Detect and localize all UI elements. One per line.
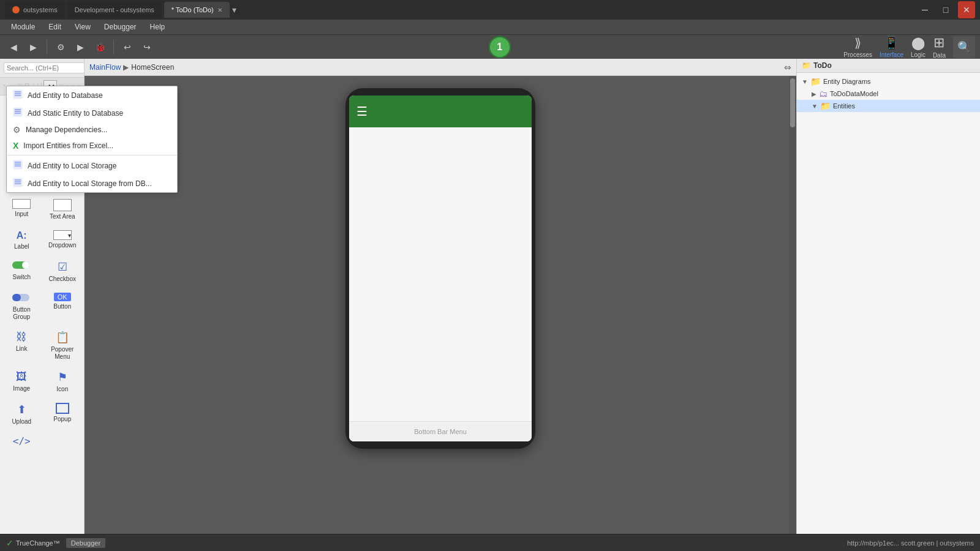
right-panel: 📁 ToDo ▼ 📁 Entity Diagrams ▶ 🗂 ToDoDataM…	[796, 59, 980, 534]
widget-switch[interactable]: Switch	[2, 257, 41, 287]
processes-icon: ⟫	[854, 36, 861, 50]
menu-debugger[interactable]: Debugger	[98, 21, 143, 32]
truechange-icon: ✓	[6, 538, 13, 548]
tab-todo[interactable]: * ToDo (ToDo) ✕	[164, 2, 230, 18]
widget-link[interactable]: ⛓ Link	[2, 327, 41, 364]
widget-icon[interactable]: ⚑ Icon	[43, 367, 82, 397]
search-input[interactable]	[4, 62, 85, 73]
expand-canvas-button[interactable]: ⇔	[784, 62, 791, 72]
truechange-label: TrueChange™	[16, 539, 60, 547]
tree-node-entity-diagrams[interactable]: ▼ 📁 Entity Diagrams	[797, 75, 980, 88]
toolbar-center: 1	[158, 36, 841, 58]
widget-input[interactable]: Input	[2, 195, 41, 224]
breadcrumb-flow[interactable]: MainFlow	[89, 63, 121, 72]
block-icon: </>	[13, 435, 31, 447]
menu-view[interactable]: View	[69, 21, 97, 32]
tab-todo-label: * ToDo (ToDo)	[172, 6, 214, 13]
widget-button[interactable]: OK Button	[43, 289, 82, 324]
textarea-label: Text Area	[50, 213, 75, 220]
window-close-button[interactable]: ✕	[958, 1, 975, 18]
button-group-label: Button Group	[5, 306, 39, 321]
truechange-status[interactable]: ✓ TrueChange™	[6, 538, 60, 548]
debugger-button[interactable]: Debugger	[66, 538, 105, 548]
widget-label[interactable]: A: Label	[2, 227, 41, 254]
separator-2	[113, 40, 114, 54]
tab-outsystems[interactable]: outsystems	[5, 2, 65, 18]
popup-icon	[56, 403, 69, 414]
button-group-icon	[12, 293, 31, 304]
undo-button[interactable]: ↩	[119, 39, 136, 56]
phone-header: ☰	[349, 96, 532, 127]
breadcrumb-separator-icon: ▶	[123, 63, 129, 72]
processes-label: Processes	[843, 51, 872, 58]
interface-icon: 📱	[884, 36, 899, 50]
tab-close-icon[interactable]: ✕	[217, 7, 222, 13]
widget-upload[interactable]: ⬆ Upload	[2, 399, 41, 429]
phone-screen: ☰ Bottom Bar Menu	[349, 96, 532, 441]
back-button[interactable]: ◀	[5, 39, 22, 56]
menu-bar: Module Edit View Debugger Help	[0, 20, 980, 34]
tree-arrow-entity-diagrams: ▼	[802, 78, 808, 85]
popover-menu-icon: 📋	[56, 331, 69, 344]
breadcrumb-screen: HomeScreen	[131, 63, 174, 72]
todo-data-model-label: ToDoDataModel	[830, 90, 878, 97]
upload-icon: ⬆	[17, 403, 26, 416]
processes-icon-group[interactable]: ⟫ Processes	[843, 36, 872, 58]
run-button[interactable]: ▶	[72, 39, 89, 56]
link-label: Link	[16, 345, 27, 353]
tree-arrow-entities: ▼	[812, 103, 818, 110]
search-button[interactable]: 🔍	[953, 36, 975, 58]
data-icon-group[interactable]: ⊞ Data	[933, 35, 946, 59]
separator-1	[47, 40, 47, 54]
icon-label: Icon	[56, 386, 68, 393]
status-right-text: http://mbp/p1ec... scott.green | outsyst…	[847, 539, 974, 547]
widget-textarea[interactable]: Text Area	[43, 195, 82, 224]
right-panel-header: 📁 ToDo	[797, 59, 980, 73]
widget-image[interactable]: 🖼 Image	[2, 367, 41, 397]
logic-icon-group[interactable]: ⬤ Logic	[911, 36, 925, 58]
menu-help[interactable]: Help	[144, 21, 172, 32]
canvas-scroll-thumb[interactable]	[790, 78, 795, 127]
settings-button[interactable]: ⚙	[52, 39, 69, 56]
widget-popover-menu[interactable]: 📋 Popover Menu	[43, 327, 82, 364]
widget-dropdown[interactable]: ▾ Dropdown	[43, 227, 82, 254]
debug-button[interactable]: 🐞	[91, 39, 108, 56]
toolbar: ◀ ▶ ⚙ ▶ 🐞 ↩ ↪ 1 ⟫ Processes 📱 Interface …	[0, 34, 980, 59]
entity-diagrams-folder-icon: 📁	[810, 77, 821, 86]
entities-label: Entities	[833, 102, 855, 110]
canvas-scrollbar[interactable]	[789, 76, 796, 534]
phone-footer: Bottom Bar Menu	[349, 421, 532, 441]
popup-label: Popup	[53, 416, 71, 423]
menu-module[interactable]: Module	[5, 21, 41, 32]
window-maximize-button[interactable]: □	[937, 1, 954, 18]
redo-button[interactable]: ↪	[138, 39, 156, 56]
tree-node-todo-data-model[interactable]: ▶ 🗂 ToDoDataModel	[797, 88, 980, 100]
logic-icon: ⬤	[911, 36, 925, 50]
toolbar-right-icons: ⟫ Processes 📱 Interface ⬤ Logic ⊞ Data 🔍	[843, 35, 975, 59]
window-minimize-button[interactable]: ─	[916, 1, 933, 18]
outsystems-logo-icon	[12, 6, 20, 13]
canvas-area: MainFlow ▶ HomeScreen ⇔ ☰ Bottom Bar Men…	[85, 59, 796, 534]
dropdown-label: Dropdown	[48, 242, 77, 249]
tab-arrow-icon[interactable]: ▾	[232, 5, 236, 15]
panel-folder-icon: 📁	[802, 61, 811, 70]
menu-edit[interactable]: Edit	[42, 21, 67, 32]
forward-button[interactable]: ▶	[24, 39, 42, 56]
model-icon: 🗂	[819, 89, 827, 99]
icon-icon: ⚑	[58, 370, 67, 384]
widget-checkbox[interactable]: ☑ Checkbox	[43, 257, 82, 287]
svg-rect-3	[12, 294, 21, 301]
widget-button-group[interactable]: Button Group	[2, 289, 41, 324]
input-label: Input	[15, 211, 28, 218]
phone-content	[349, 127, 532, 421]
widget-popup[interactable]: Popup	[43, 399, 82, 429]
interface-icon-group[interactable]: 📱 Interface	[880, 36, 903, 58]
tree-node-entities[interactable]: ▼ 📁 Entities	[797, 100, 980, 112]
data-label: Data	[933, 52, 946, 59]
widget-block[interactable]: </>	[2, 432, 41, 452]
switch-icon	[12, 260, 31, 272]
main-area: » ↖ ▭ ⧉ B I U ⊞ ≡ ≡ ≡ Container	[0, 59, 980, 534]
bottom-bar-label: Bottom Bar Menu	[414, 428, 467, 435]
hamburger-icon: ☰	[356, 104, 368, 119]
tab-development[interactable]: Development - outsystems	[67, 2, 162, 18]
